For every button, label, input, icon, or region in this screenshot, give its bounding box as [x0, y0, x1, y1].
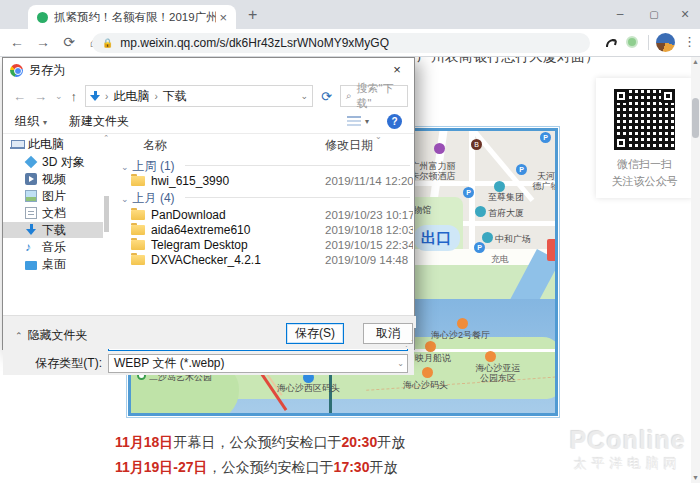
dialog-title: 另存为 [29, 62, 65, 79]
forward-button[interactable]: → [34, 34, 52, 50]
file-row[interactable]: hwi_615_3990 [131, 173, 229, 188]
view-mode-icon[interactable] [347, 116, 361, 127]
bank-poi-icon[interactable]: B [471, 139, 482, 150]
filetype-dropdown-icon[interactable]: ⌄ [397, 359, 404, 368]
qr-eye [614, 136, 628, 150]
file-row[interactable]: DXVAChecker_4.2.1 [131, 252, 261, 267]
breadcrumb-dropdown[interactable]: ⌄ [301, 91, 309, 101]
file-row[interactable]: aida64extreme610 [131, 222, 250, 237]
sidebar-item-this-pc[interactable]: 此电脑 [3, 136, 103, 152]
sidebar-label: 视频 [42, 171, 66, 188]
date-1: 11月18日 [115, 434, 173, 450]
column-header-date[interactable]: 修改日期 [325, 137, 373, 154]
map-label-zhonghe: 中和广场 [495, 234, 531, 244]
tab-close-button[interactable]: × [216, 10, 230, 25]
window-minimize-button[interactable]: – [605, 0, 635, 28]
parking-icon[interactable]: P [540, 132, 551, 143]
nav-up-button[interactable]: ↑ [71, 89, 78, 104]
filetype-value: WEBP 文件 (*.webp) [114, 355, 224, 372]
browser-menu-button[interactable]: ⋮ [683, 34, 696, 49]
group-header-last-month[interactable]: ⌄上月 (4) [121, 190, 175, 207]
schedule-line-1: 11月18日开幕日，公众预约安检口于20:30开放 [115, 434, 405, 452]
breadcrumb-this-pc[interactable]: 此电脑 [113, 88, 149, 105]
nav-history-dropdown[interactable]: ⌄ [55, 91, 63, 101]
resize-grip[interactable]: ⋰ [405, 339, 413, 348]
folder-icon [131, 255, 145, 265]
boat-poi-icon[interactable] [425, 341, 436, 352]
address-bar[interactable]: 🔒 mp.weixin.qq.com/s/dk6Hr43zLsrWNoMY9xM… [92, 33, 590, 53]
file-name: DXVAChecker_4.2.1 [151, 253, 261, 267]
parking-icon[interactable]: P [474, 242, 485, 253]
scroll-up-arrow[interactable]: ▲ [691, 57, 700, 67]
breadcrumb-separator: › [105, 91, 108, 102]
back-button[interactable]: ← [8, 34, 26, 50]
active-tab[interactable]: 抓紧预约！名额有限！2019广州 × [28, 5, 236, 29]
tab-strip: 抓紧预约！名额有限！2019广州 × + – ▢ × [0, 0, 700, 29]
address-breadcrumb[interactable]: › 此电脑 › 下载 ⌄ [85, 85, 313, 107]
file-row[interactable]: Telegram Desktop [131, 237, 248, 252]
dialog-command-bar: 组织▾ 新建文件夹 ▾ ? [3, 110, 414, 134]
watermark-logo: PConline [570, 426, 686, 455]
window-maximize-button[interactable]: ▢ [639, 0, 669, 28]
sidebar-item-downloads[interactable]: 下载 [3, 222, 103, 238]
view-dropdown-icon[interactable]: ▾ [365, 117, 369, 126]
map-label-museum: 物馆 [413, 205, 431, 215]
page-scrollbar[interactable]: ▲ ▼ [691, 57, 700, 483]
music-note-icon: ♪ [25, 241, 37, 253]
reload-button[interactable]: ⟳ [60, 34, 78, 50]
restaurant-poi-icon[interactable] [457, 318, 468, 329]
help-button[interactable]: ? [387, 114, 402, 129]
sidebar-item-pictures[interactable]: 图片 [3, 188, 103, 204]
extension-arrow-icon[interactable] [604, 35, 620, 55]
building-poi-icon[interactable] [494, 181, 505, 192]
new-tab-button[interactable]: + [248, 6, 257, 24]
tab-title: 抓紧预约！名额有限！2019广州 [54, 10, 216, 25]
parking-icon[interactable]: P [463, 187, 474, 198]
sidebar-scroll-thumb[interactable] [104, 196, 109, 232]
hide-folders-button[interactable]: ⌃隐藏文件夹 [15, 327, 88, 344]
sidebar-item-documents[interactable]: 文档 [3, 205, 103, 221]
sidebar-scroll-up[interactable]: ⌃ [103, 134, 109, 142]
sort-indicator-icon[interactable]: ⌄ [375, 134, 382, 141]
map-red-poi [547, 239, 558, 261]
wharf-poi-icon[interactable] [422, 367, 433, 378]
column-header-name[interactable]: 名称 [143, 137, 167, 154]
lock-icon: 🔒 [102, 38, 113, 48]
picture-icon [25, 190, 37, 202]
parking-icon[interactable]: P [516, 164, 527, 175]
sidebar-item-videos[interactable]: 视频 [3, 171, 103, 187]
extension-dot-icon[interactable] [626, 36, 638, 48]
sidebar-label: 3D 对象 [42, 154, 85, 171]
nav-back-button[interactable]: ← [13, 89, 26, 104]
map-label-west-wharf: 海心沙西区码头 [277, 383, 340, 393]
dialog-titlebar[interactable]: 另存为 [3, 58, 414, 82]
organize-button[interactable]: 组织▾ [15, 113, 47, 130]
refresh-button[interactable]: ⟳ [321, 89, 332, 104]
dialog-close-button[interactable]: × [380, 58, 414, 82]
park-gate-poi-icon[interactable] [485, 351, 496, 362]
new-folder-button[interactable]: 新建文件夹 [69, 113, 129, 130]
scroll-thumb[interactable] [692, 98, 699, 138]
toolbar-separator [648, 35, 649, 50]
url-text: mp.weixin.qq.com/s/dk6Hr43zLsrWNoMY9xMyG… [120, 36, 389, 50]
sidebar-item-music[interactable]: ♪音乐 [3, 239, 103, 255]
sidebar-item-3d-objects[interactable]: 3D 对象 [3, 154, 103, 170]
hide-folders-label: 隐藏文件夹 [28, 328, 88, 342]
profile-avatar[interactable] [656, 33, 675, 52]
file-row[interactable]: PanDownload [131, 207, 226, 222]
file-date: 2019/10/18 12:03 [325, 224, 413, 236]
sidebar-label: 此电脑 [28, 136, 64, 153]
nav-forward-button[interactable]: → [34, 89, 47, 104]
hotel-poi-icon[interactable] [434, 143, 445, 154]
scroll-down-arrow[interactable]: ▼ [691, 473, 700, 483]
sidebar-item-desktop[interactable]: 桌面 [3, 256, 103, 272]
breadcrumb-downloads[interactable]: 下载 [163, 88, 187, 105]
filetype-select[interactable]: WEBP 文件 (*.webp) ⌄ [108, 354, 408, 373]
building-poi-icon[interactable] [482, 232, 493, 243]
schedule-text: 开放 [377, 434, 405, 450]
window-close-button[interactable]: × [670, 0, 700, 28]
cube-icon [25, 156, 38, 169]
save-button[interactable]: 保存(S) [286, 323, 344, 344]
search-box[interactable]: ⌕ 搜索"下载" [340, 85, 408, 107]
building-poi-icon[interactable] [475, 206, 486, 217]
